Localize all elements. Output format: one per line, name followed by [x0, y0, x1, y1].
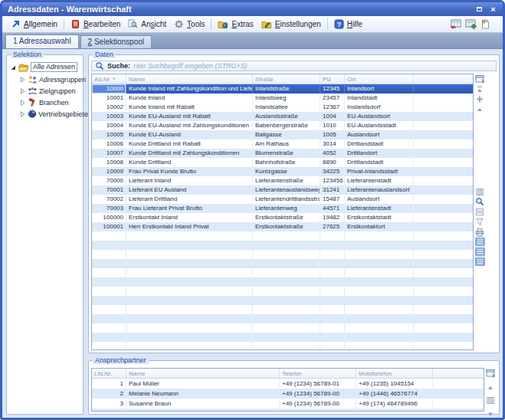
table-remove-icon[interactable] — [450, 19, 461, 29]
expander-closed-icon[interactable] — [18, 99, 26, 107]
cell-extra — [414, 176, 473, 185]
table-row[interactable]: 10008Kunde DrittlandBahnhofstraße8890Dri… — [92, 158, 473, 167]
columns-icon[interactable] — [486, 396, 496, 405]
print-icon[interactable] — [475, 227, 485, 236]
table-row[interactable]: 10007Kunde Drittland mit Zahlungskonditi… — [92, 149, 473, 158]
menu-item-einstellungen[interactable]: Einstellungen — [257, 18, 325, 31]
scroll-top-icon[interactable] — [475, 84, 485, 94]
cell-mobil: +49 (1235) 1045154 — [356, 379, 433, 389]
table-row[interactable]: 100001Herr Erstkontakt Inland PrivatErst… — [92, 222, 473, 231]
tree-item-zielgruppen[interactable]: Zielgruppen — [18, 87, 81, 95]
table-row[interactable]: 70000Lieferant InlandLieferantenstraße12… — [92, 176, 473, 185]
expander-open-icon[interactable] — [9, 64, 17, 71]
cell-name: Kunde Drittland — [126, 158, 253, 167]
column-header-ort[interactable]: Ort — [345, 74, 414, 84]
row-insert-icon[interactable] — [475, 94, 485, 103]
cell-extra — [414, 121, 473, 130]
address-grid-area: Ad.NrNameStraßePlzOrt10000Kunde Inland m… — [91, 74, 497, 350]
table-row[interactable]: 10003Kunde EU-Ausland mit RabattAuslands… — [92, 112, 473, 121]
expander-closed-icon[interactable] — [18, 76, 26, 84]
ansprechpartner-legend: Ansprechpartner — [93, 356, 149, 364]
column-header-mobil[interactable]: Mobiltelefon — [356, 369, 433, 378]
column-header-telefon[interactable]: Telefon — [280, 369, 356, 378]
restore-icon[interactable] — [474, 5, 485, 15]
table-row[interactable]: 10000Kunde Inland mit Zahlungskondition … — [92, 84, 473, 94]
expander-closed-icon[interactable] — [18, 110, 26, 118]
table-row[interactable]: 10005Kunde EU-AuslandBallgasse1005Auslan… — [92, 130, 473, 139]
cell-nr: 10006 — [92, 139, 126, 149]
column-header-extra[interactable] — [414, 74, 473, 84]
table-row[interactable]: 70001Lieferant EU AuslandLieferantenausl… — [92, 185, 473, 195]
cell-nr: 10000 — [92, 84, 126, 94]
column-chooser-icon[interactable] — [486, 369, 496, 378]
cell-strasse: Lieferantendrittlandsstraße — [253, 195, 320, 204]
new-document-icon[interactable] — [480, 19, 490, 29]
table-add-icon[interactable] — [465, 19, 477, 29]
menu-item-tools[interactable]: Tools — [170, 18, 208, 31]
column-header-nr[interactable]: Ad.Nr — [92, 74, 126, 84]
cell-name: Kunde EU-Ausland mit Zahlungskonditionen — [126, 121, 253, 130]
menu-tools-icon — [174, 19, 184, 29]
tab-selektionspool[interactable]: 2 Selektionspool — [80, 35, 152, 48]
layout-blue-icon[interactable] — [475, 257, 485, 266]
table-row[interactable]: 1Paul Müller+49 (1234) 56789-01+49 (1235… — [92, 379, 484, 389]
scroll-up-icon[interactable] — [475, 104, 485, 113]
selektion-panel: Selektion Alle AdressenAdressgruppenZiel… — [6, 54, 84, 415]
cell-extra — [414, 112, 473, 121]
toolbar-right-icons — [450, 19, 498, 29]
tab-adressauswahl[interactable]: 1 Adressauswahl — [5, 34, 79, 48]
table-row[interactable]: 70003Frau Lieferant Privat BruttoLiefera… — [92, 204, 473, 213]
table-row[interactable]: 10004Kunde EU-Ausland mit Zahlungskondit… — [92, 121, 473, 130]
scroll-up-icon[interactable] — [486, 383, 496, 391]
column-header-name[interactable]: Name — [126, 74, 253, 84]
selection-tree: Alle AdressenAdressgruppenZielgruppenBra… — [9, 62, 81, 118]
cell-strasse: Kuntzgasse — [253, 167, 320, 176]
cell-nr: 100001 — [92, 222, 126, 231]
layout-blue-icon[interactable] — [475, 247, 485, 256]
menu-item-hilfe[interactable]: ?Hilfe — [330, 18, 366, 31]
table-row[interactable]: 70002Lieferant DrittlandLieferantendritt… — [92, 195, 473, 204]
menu-item-extras[interactable]: Extras — [214, 18, 257, 31]
tree-item-adressgruppen[interactable]: Adressgruppen — [18, 75, 81, 84]
cell-plz: 1004 — [320, 112, 345, 121]
cell-name: Lieferant Drittland — [126, 195, 253, 204]
menu-hilfe-icon: ? — [334, 19, 344, 29]
tree-item-root[interactable]: Alle Adressen — [9, 62, 81, 72]
column-header-nr[interactable]: Lfd.Nr. — [92, 369, 126, 378]
column-header-plz[interactable]: Plz — [320, 74, 345, 84]
expander-closed-icon[interactable] — [18, 87, 26, 95]
row-height-icon[interactable] — [475, 207, 485, 216]
table-row[interactable]: 2Melanie Neumann+49 (1234) 56789-00+49 (… — [92, 389, 484, 399]
menu-item-allgemein[interactable]: Allgemein — [7, 18, 61, 31]
table-row[interactable]: 10002Kunde Inland mit RabattInlandsallee… — [92, 103, 473, 112]
table-row[interactable]: 100000Erstkontakt InlandErstkontaktstraß… — [92, 213, 473, 222]
layout-blue-icon[interactable] — [475, 237, 485, 246]
content: Selektion Alle AdressenAdressgruppenZiel… — [2, 49, 503, 418]
cell-plz: 1010 — [320, 121, 345, 130]
table-row[interactable]: 10001Kunde InlandInlandsweg23457Inlandst… — [92, 94, 473, 103]
column-header-extra[interactable] — [433, 369, 484, 378]
cell-strasse: Lieferantenweg — [253, 204, 320, 213]
table-row[interactable]: 3Susanne Braun+49 (1234) 56789-00+49 (17… — [92, 399, 484, 409]
zielgruppen-icon — [28, 87, 38, 95]
column-header-name[interactable]: Name — [126, 369, 280, 378]
filter-icon[interactable] — [475, 217, 485, 226]
scroll-down-icon[interactable] — [486, 410, 496, 418]
search-input[interactable]: Suche: Hier Suchbegriff eingeben (STRG+S… — [91, 61, 497, 71]
column-header-label: Lfd.Nr. — [94, 370, 113, 377]
adressgruppen-icon — [28, 75, 38, 84]
search-icon[interactable] — [475, 197, 485, 206]
menu-item-bearbeiten[interactable]: Bearbeiten — [67, 18, 124, 31]
close-icon[interactable]: × — [487, 5, 499, 15]
column-header-strasse[interactable]: Straße — [253, 74, 320, 84]
table-row[interactable]: 10009Frau Privat Kunde BruttoKuntzgasse3… — [92, 167, 473, 176]
tree-item-vertriebsgebiete[interactable]: Vertriebsgebiete — [18, 110, 81, 118]
cell-strasse: Am Rathaus — [253, 139, 320, 149]
columns-icon[interactable] — [475, 187, 485, 196]
tree-item-branchen[interactable]: Branchen — [18, 98, 81, 107]
vertriebsgebiete-icon — [28, 110, 37, 118]
table-row[interactable]: 10006Kunde Drittland mit RabattAm Rathau… — [92, 139, 473, 149]
menu-item-ansicht[interactable]: Ansicht — [124, 18, 170, 31]
contact-table-side-toolbar — [484, 368, 497, 412]
column-chooser-icon[interactable] — [475, 74, 485, 84]
